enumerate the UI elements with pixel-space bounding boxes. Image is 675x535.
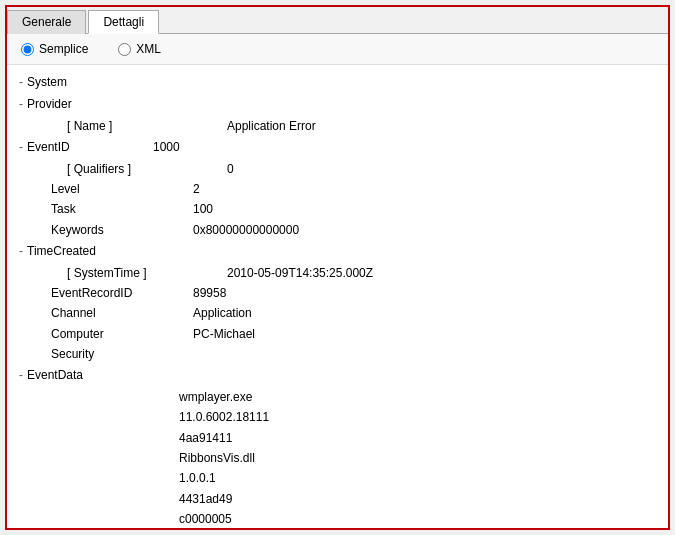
view-mode-row: Semplice XML — [7, 34, 668, 65]
eventdata-value: 1.0.0.1 — [179, 468, 656, 488]
xml-tree: - System - Provider [ Name ] Application… — [19, 71, 656, 528]
system-label: System — [27, 72, 67, 92]
keywords-row: Keywords 0x80000000000000 — [19, 220, 656, 240]
radio-xml[interactable]: XML — [118, 42, 161, 56]
name-row: [ Name ] Application Error — [19, 116, 656, 136]
eventdata-label: EventData — [27, 365, 83, 385]
timecreated-label: TimeCreated — [27, 241, 96, 261]
name-value: Application Error — [227, 116, 316, 136]
radio-xml-label: XML — [136, 42, 161, 56]
systemtime-value: 2010-05-09T14:35:25.000Z — [227, 263, 373, 283]
eventdata-value: 4aa91411 — [179, 428, 656, 448]
eventdata-values: wmplayer.exe11.0.6002.181114aa91411Ribbo… — [19, 387, 656, 528]
tab-bar: Generale Dettagli — [7, 7, 668, 34]
timecreated-row: - TimeCreated — [19, 240, 656, 262]
tab-generale[interactable]: Generale — [7, 10, 86, 34]
tab-dettagli[interactable]: Dettagli — [88, 10, 159, 34]
computer-value: PC-Michael — [193, 324, 255, 344]
qualifiers-value: 0 — [227, 159, 234, 179]
eventdata-value: 11.0.6002.18111 — [179, 407, 656, 427]
system-row: - System — [19, 71, 656, 93]
timecreated-dash: - — [19, 241, 23, 261]
eventdata-value: c0000005 — [179, 509, 656, 528]
level-label: Level — [51, 179, 193, 199]
qualifiers-row: [ Qualifiers ] 0 — [19, 159, 656, 179]
task-value: 100 — [193, 199, 213, 219]
computer-row: Computer PC-Michael — [19, 324, 656, 344]
eventid-value: 1000 — [153, 137, 180, 157]
provider-label: Provider — [27, 94, 72, 114]
eventrecordid-row: EventRecordID 89958 — [19, 283, 656, 303]
security-label: Security — [51, 344, 94, 364]
systemtime-bracket: [ SystemTime ] — [67, 263, 227, 283]
eventdata-value: RibbonsVis.dll — [179, 448, 656, 468]
systemtime-row: [ SystemTime ] 2010-05-09T14:35:25.000Z — [19, 263, 656, 283]
task-row: Task 100 — [19, 199, 656, 219]
qualifiers-bracket: [ Qualifiers ] — [67, 159, 227, 179]
system-dash: - — [19, 72, 23, 92]
radio-semplice-label: Semplice — [39, 42, 88, 56]
eventdata-value: 4431ad49 — [179, 489, 656, 509]
channel-row: Channel Application — [19, 303, 656, 323]
provider-row: - Provider — [19, 93, 656, 115]
eventrecordid-label: EventRecordID — [51, 283, 193, 303]
eventid-dash: - — [19, 137, 23, 157]
radio-xml-input[interactable] — [118, 43, 131, 56]
keywords-label: Keywords — [51, 220, 193, 240]
eventid-row: - EventID 1000 — [19, 136, 656, 158]
name-bracket: [ Name ] — [67, 116, 227, 136]
keywords-value: 0x80000000000000 — [193, 220, 299, 240]
eventdata-dash: - — [19, 365, 23, 385]
level-row: Level 2 — [19, 179, 656, 199]
eventrecordid-value: 89958 — [193, 283, 226, 303]
eventid-label: EventID — [27, 137, 153, 157]
security-row: Security — [19, 344, 656, 364]
level-value: 2 — [193, 179, 200, 199]
channel-value: Application — [193, 303, 252, 323]
channel-label: Channel — [51, 303, 193, 323]
task-label: Task — [51, 199, 193, 219]
provider-dash: - — [19, 94, 23, 114]
main-window: Generale Dettagli Semplice XML - System … — [5, 5, 670, 530]
radio-semplice-input[interactable] — [21, 43, 34, 56]
detail-content: - System - Provider [ Name ] Application… — [7, 65, 668, 528]
eventdata-row: - EventData — [19, 364, 656, 386]
radio-semplice[interactable]: Semplice — [21, 42, 88, 56]
computer-label: Computer — [51, 324, 193, 344]
eventdata-value: wmplayer.exe — [179, 387, 656, 407]
